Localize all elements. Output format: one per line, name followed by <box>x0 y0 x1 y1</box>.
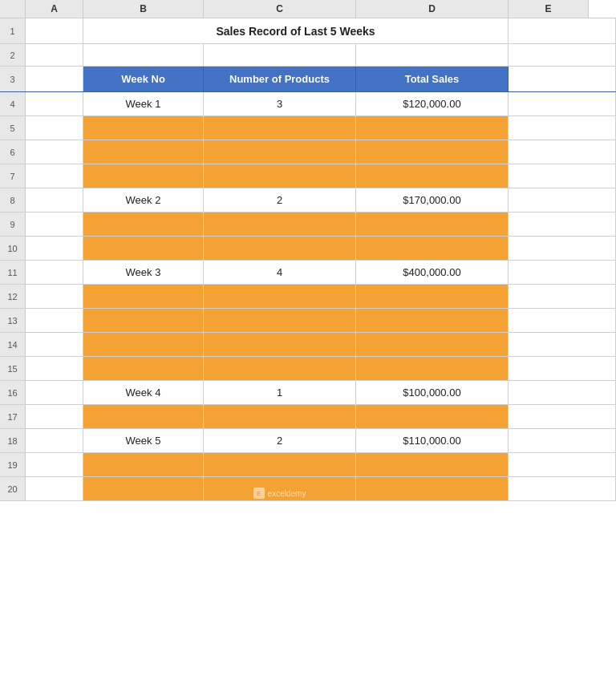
row-num-13: 13 <box>0 309 26 332</box>
cell-5c <box>204 116 356 140</box>
cell-14d <box>356 333 509 356</box>
cell-3a <box>26 67 83 91</box>
cell-19e <box>509 453 616 476</box>
cell-17a <box>26 405 83 428</box>
cell-8e <box>509 188 616 212</box>
cell-15b <box>83 357 204 380</box>
row-num-16: 16 <box>0 381 26 404</box>
cell-15e <box>509 357 616 380</box>
cell-6e <box>509 140 616 164</box>
cell-7a <box>26 164 83 188</box>
cell-9a <box>26 212 83 236</box>
cell-18e <box>509 429 616 452</box>
cell-15c <box>204 357 356 380</box>
cell-20b <box>83 477 204 500</box>
cell-1bcd-merged: Sales Record of Last 5 Weeks <box>83 18 509 43</box>
col-header-a: A <box>26 0 83 18</box>
cell-9b <box>83 212 204 236</box>
cell-7b <box>83 164 204 188</box>
cell-4e <box>509 92 616 115</box>
row-num-11: 11 <box>0 261 26 284</box>
row-num-20: 20 <box>0 477 26 500</box>
column-headers: A B C D E <box>0 0 616 18</box>
cell-16e <box>509 381 616 404</box>
cell-8c-products: 2 <box>204 188 356 212</box>
row-num-12: 12 <box>0 285 26 308</box>
cell-14c <box>204 333 356 356</box>
row-num-15: 15 <box>0 357 26 380</box>
row-15: 15 <box>0 357 616 381</box>
cell-19d <box>356 453 509 476</box>
corner-cell <box>0 0 26 18</box>
cell-16b-week: Week 4 <box>83 381 204 404</box>
cell-6c <box>204 140 356 164</box>
watermark: E exceldemy <box>253 488 306 499</box>
cell-16c-products: 1 <box>204 381 356 404</box>
row-num-18: 18 <box>0 429 26 452</box>
row-7: 7 <box>0 164 616 188</box>
row-8: 8 Week 2 2 $170,000.00 <box>0 188 616 212</box>
cell-18c-products: 2 <box>204 429 356 452</box>
cell-5e <box>509 116 616 140</box>
watermark-text: exceldemy <box>268 489 306 498</box>
row-num-19: 19 <box>0 453 26 476</box>
row-14: 14 <box>0 333 616 357</box>
row-num-9: 9 <box>0 212 26 236</box>
cell-11c-products: 4 <box>204 261 356 284</box>
row-5: 5 <box>0 116 616 140</box>
row-num-14: 14 <box>0 333 26 356</box>
cell-17b <box>83 405 204 428</box>
col-header-b: B <box>83 0 204 18</box>
cell-13c <box>204 309 356 332</box>
col-header-c: C <box>204 0 356 18</box>
cell-10d <box>356 237 509 260</box>
cell-20d <box>356 477 509 500</box>
cell-13d <box>356 309 509 332</box>
cell-20a <box>26 477 83 500</box>
cell-19c <box>204 453 356 476</box>
row-6: 6 <box>0 140 616 164</box>
cell-4d-sales: $120,000.00 <box>356 92 509 115</box>
cell-17d <box>356 405 509 428</box>
cell-10e <box>509 237 616 260</box>
cell-7d <box>356 164 509 188</box>
row-4: 4 Week 1 3 $120,000.00 <box>0 92 616 116</box>
cell-4a <box>26 92 83 115</box>
cell-4b-week: Week 1 <box>83 92 204 115</box>
col-header-e: E <box>509 0 589 18</box>
header-week-no: Week No <box>83 67 204 91</box>
row-19: 19 <box>0 453 616 477</box>
cell-12c <box>204 285 356 308</box>
row-num-3: 3 <box>0 67 26 91</box>
cell-2c <box>204 44 356 66</box>
cell-8a <box>26 188 83 212</box>
row-12: 12 <box>0 285 616 309</box>
row-num-2: 2 <box>0 44 26 66</box>
cell-1e <box>509 18 616 43</box>
row-num-8: 8 <box>0 188 26 212</box>
cell-16d-sales: $100,000.00 <box>356 381 509 404</box>
row-11: 11 Week 3 4 $400,000.00 <box>0 261 616 285</box>
cell-19b <box>83 453 204 476</box>
cell-13a <box>26 309 83 332</box>
row-20: 20 E exceldemy <box>0 477 616 501</box>
cell-20e <box>509 477 616 500</box>
cell-15a <box>26 357 83 380</box>
cell-5a <box>26 116 83 140</box>
row-num-6: 6 <box>0 140 26 164</box>
col-header-d: D <box>356 0 509 18</box>
cell-8b-week: Week 2 <box>83 188 204 212</box>
row-16: 16 Week 4 1 $100,000.00 <box>0 381 616 405</box>
cell-14b <box>83 333 204 356</box>
row-13: 13 <box>0 309 616 333</box>
cell-11d-sales: $400,000.00 <box>356 261 509 284</box>
cell-12b <box>83 285 204 308</box>
row-10: 10 <box>0 237 616 261</box>
row-num-10: 10 <box>0 237 26 260</box>
row-num-5: 5 <box>0 116 26 140</box>
cell-9d <box>356 212 509 236</box>
cell-15d <box>356 357 509 380</box>
cell-5b <box>83 116 204 140</box>
cell-20c: E exceldemy <box>204 477 356 500</box>
row-num-1: 1 <box>0 18 26 43</box>
